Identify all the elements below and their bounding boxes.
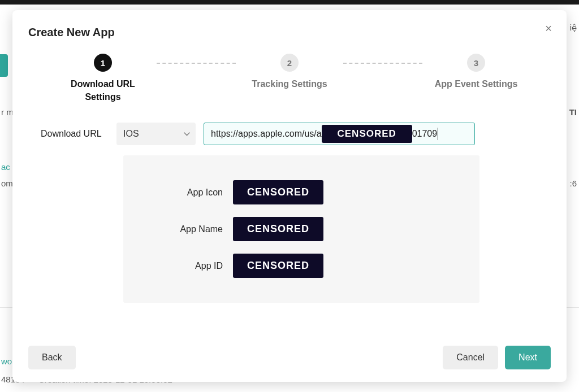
close-icon: × bbox=[545, 22, 552, 35]
top-bar bbox=[0, 0, 579, 5]
bg-text: :6 bbox=[569, 178, 577, 188]
download-url-input[interactable]: https://apps.apple.com/us/a CENSORED 017… bbox=[204, 123, 475, 145]
step-number: 1 bbox=[94, 54, 112, 72]
step-number: 3 bbox=[467, 54, 485, 72]
app-id-value: CENSORED bbox=[233, 254, 323, 278]
modal-title: Create New App bbox=[28, 26, 551, 39]
create-app-modal: × Create New App 1 Download URL Settings… bbox=[12, 10, 567, 382]
text-cursor bbox=[438, 128, 438, 140]
step-1[interactable]: 1 Download URL Settings bbox=[49, 54, 157, 103]
step-connector bbox=[157, 63, 236, 64]
app-icon-row: App Icon CENSORED bbox=[138, 180, 465, 204]
back-button[interactable]: Back bbox=[28, 346, 76, 369]
bg-text: TI bbox=[569, 107, 577, 117]
platform-selected-value: IOS bbox=[123, 129, 139, 139]
step-label: App Event Settings bbox=[435, 77, 518, 90]
step-label: Download URL Settings bbox=[52, 77, 154, 103]
app-info-panel: App Icon CENSORED App Name CENSORED App … bbox=[123, 155, 479, 303]
app-icon-label: App Icon bbox=[138, 188, 223, 198]
url-text-suffix: 01709 bbox=[412, 129, 438, 139]
bg-text: iệ bbox=[570, 23, 577, 33]
app-name-label: App Name bbox=[138, 224, 223, 234]
step-connector bbox=[343, 63, 422, 64]
app-icon-value: CENSORED bbox=[233, 180, 323, 204]
side-indicator bbox=[0, 54, 8, 77]
bg-text: r m bbox=[1, 107, 14, 117]
app-id-label: App ID bbox=[138, 261, 223, 271]
step-3[interactable]: 3 App Event Settings bbox=[422, 54, 530, 90]
button-bar: Back Cancel Next bbox=[28, 338, 551, 369]
cancel-button[interactable]: Cancel bbox=[443, 346, 498, 369]
step-label: Tracking Settings bbox=[252, 77, 327, 90]
bg-text: om bbox=[1, 178, 13, 188]
download-url-row: Download URL IOS https://apps.apple.com/… bbox=[28, 123, 551, 145]
bg-link: wo bbox=[1, 356, 12, 366]
platform-select[interactable]: IOS bbox=[116, 123, 196, 145]
app-id-row: App ID CENSORED bbox=[138, 254, 465, 278]
bg-link: ac bbox=[1, 162, 10, 172]
app-name-row: App Name CENSORED bbox=[138, 217, 465, 241]
url-text-prefix: https://apps.apple.com/us/a bbox=[211, 129, 322, 139]
censored-block: CENSORED bbox=[322, 125, 412, 143]
download-url-label: Download URL bbox=[41, 129, 109, 139]
next-button[interactable]: Next bbox=[505, 346, 551, 369]
chevron-down-icon bbox=[184, 130, 190, 138]
step-number: 2 bbox=[280, 54, 299, 72]
stepper: 1 Download URL Settings 2 Tracking Setti… bbox=[28, 54, 551, 103]
app-name-value: CENSORED bbox=[233, 217, 323, 241]
close-button[interactable]: × bbox=[541, 20, 556, 36]
step-2[interactable]: 2 Tracking Settings bbox=[236, 54, 343, 90]
